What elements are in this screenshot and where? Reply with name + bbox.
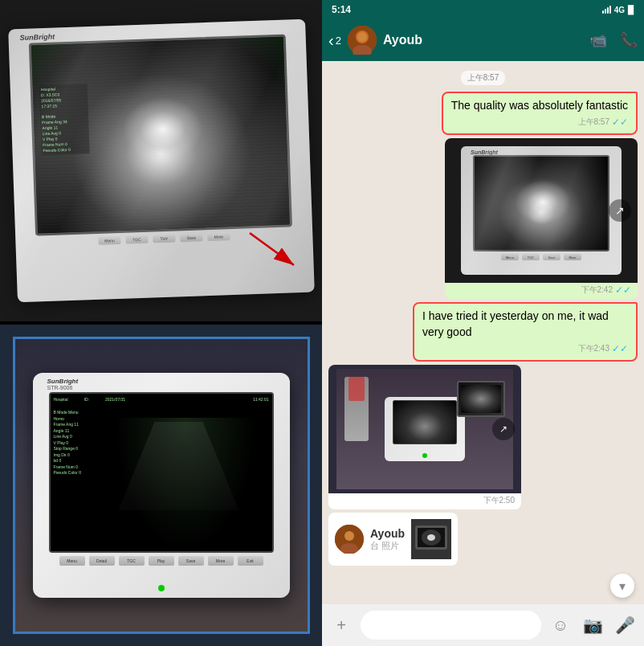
btn-more-b[interactable]: More <box>208 556 234 566</box>
header-icons: 📹 📞 <box>589 31 638 49</box>
room-device <box>385 397 465 461</box>
contact-mini-sub: 台 照片 <box>370 540 405 552</box>
message-input[interactable] <box>361 611 541 640</box>
received-chat-image: ↗ <box>328 365 521 493</box>
room-device-screen <box>393 400 457 444</box>
svg-point-7 <box>344 531 354 541</box>
tried-time-label: 下午2:43 <box>578 343 609 354</box>
chat-area[interactable]: 上午8:57 The quality was absolutely fantas… <box>322 61 644 604</box>
btn-thy[interactable]: THY <box>153 234 175 243</box>
device-indicator <box>158 585 165 591</box>
btn-tgc[interactable]: TGC <box>125 235 148 244</box>
svg-point-13 <box>427 534 435 541</box>
right-panel: 5:14 4G ▉ ‹ 2 Ayoub <box>322 0 644 646</box>
mini-plastic-wrap <box>461 146 622 275</box>
status-time: 5:14 <box>332 4 351 15</box>
btn-menu[interactable]: Menu <box>98 236 120 245</box>
top-device-brand: SunBright <box>19 33 55 43</box>
contact-mini-avatar <box>335 525 364 554</box>
btn-more-top[interactable]: More <box>207 232 230 241</box>
bottom-screen-data: B Mode Menu Homo Frame Ang 11 Angle 11 L… <box>54 410 81 476</box>
top-photo: SunBright Hospital D: X3.5C0 2016/07/05 … <box>0 0 322 321</box>
room-background: SunBright STR-9006 Hospital ID: 2021/07/… <box>15 339 308 632</box>
message-text: The quality was absolutely fantastic <box>451 99 628 112</box>
input-bar: + ☺ 📷 🎤 <box>322 604 644 646</box>
top-device-buttons: Menu TGC THY Save More <box>98 232 230 245</box>
received-share-icon[interactable]: ↗ <box>492 418 515 440</box>
mic-icon-label: 🎤 <box>615 615 635 635</box>
scroll-down-button[interactable]: ▾ <box>610 574 634 598</box>
status-bar: 5:14 4G ▉ <box>322 0 644 19</box>
mic-icon[interactable]: 🎤 <box>612 612 638 638</box>
red-arrow <box>242 225 306 273</box>
back-count: 2 <box>336 35 341 47</box>
contact-name: Ayoub <box>383 33 583 47</box>
contact-mini-info: Ayoub 台 照片 <box>370 527 405 552</box>
btn-tgc-b[interactable]: TGC <box>119 556 145 566</box>
received-image-bubble[interactable]: ↗ 下午2:50 <box>328 365 521 509</box>
image-msg-time: 下午2:42 <box>581 284 613 296</box>
message-tried-text: I have tried it yesterday on me, it wad … <box>422 309 609 338</box>
emoji-icon-label: ☺ <box>552 616 569 635</box>
contact-card[interactable]: Ayoub 台 照片 <box>328 513 458 566</box>
top-device-screen: Hospital D: X3.5C0 2016/07/05 17:37:15 B… <box>28 35 291 236</box>
date-stamp: 上午8:57 <box>461 71 505 85</box>
btn-play[interactable]: Play <box>149 556 174 566</box>
image-read-icon: ✓✓ <box>615 284 631 296</box>
video-call-icon[interactable]: 📹 <box>589 31 607 49</box>
plus-icon[interactable]: + <box>328 612 354 638</box>
network-label: 4G <box>614 6 625 14</box>
ultrasound-device-bottom: SunBright STR-9006 Hospital ID: 2021/07/… <box>33 373 290 598</box>
blue-border-container: ✕ SunBright STR-9006 Hospital ID: 2021/0… <box>13 337 310 634</box>
add-icon-label: + <box>336 616 346 635</box>
svg-point-5 <box>357 32 367 42</box>
top-screen-content: Hospital D: X3.5C0 2016/07/05 17:37:15 B… <box>31 37 289 234</box>
message-quality: The quality was absolutely fantastic 上午8… <box>442 92 638 135</box>
bottom-device-brand: SunBright <box>47 378 79 385</box>
room-scene <box>336 369 513 489</box>
btn-exit[interactable]: Exit <box>238 556 263 566</box>
signal-bars-icon <box>602 6 611 14</box>
wa-header: ‹ 2 Ayoub 📹 📞 <box>322 19 644 61</box>
btn-save-b[interactable]: Save <box>178 556 204 566</box>
tried-read-icon: ✓✓ <box>612 342 628 356</box>
bottom-device-model: STR-9006 <box>47 385 73 390</box>
msg-time-label: 上午8:57 <box>578 117 609 128</box>
btn-detail[interactable]: Detail <box>89 556 115 566</box>
avatar[interactable] <box>348 26 377 55</box>
read-receipts-icon: ✓✓ <box>612 116 628 129</box>
battery-icon: ▉ <box>628 6 634 14</box>
contact-mini-name: Ayoub <box>370 527 405 540</box>
bottom-device-screen: Hospital ID: 2021/07/31 11:42:01 B Mode … <box>49 392 274 553</box>
room-screen-content <box>393 401 456 444</box>
btn-save-top[interactable]: Save <box>180 233 202 242</box>
bottom-photo: ✕ SunBright STR-9006 Hospital ID: 2021/0… <box>0 321 322 646</box>
phone-icon[interactable]: 📞 <box>620 31 638 49</box>
screen-data-overlay: Hospital D: X3.5C0 2016/07/05 17:37:15 B… <box>39 84 89 155</box>
back-chevron-icon: ‹ <box>328 31 334 50</box>
sent-image-bubble[interactable]: SunBright Menu TGC Save More ↗ <box>445 138 638 299</box>
status-icons: 4G ▉ <box>602 6 634 14</box>
btn-menu-b[interactable]: Menu <box>59 556 85 566</box>
received-image-time: 下午2:50 <box>483 495 515 506</box>
chevron-down-icon: ▾ <box>619 579 626 594</box>
sent-chat-image: SunBright Menu TGC Save More ↗ <box>445 138 638 283</box>
bottom-screen-header: Hospital ID: 2021/07/31 11:42:01 <box>54 397 269 402</box>
svg-line-1 <box>250 233 294 265</box>
share-icon[interactable]: ↗ <box>609 199 631 222</box>
camera-icon-label: 📷 <box>583 615 603 635</box>
message-tried: I have tried it yesterday on me, it wad … <box>413 302 638 362</box>
emoji-icon[interactable]: ☺ <box>548 612 573 638</box>
back-button[interactable]: ‹ 2 <box>328 31 341 50</box>
left-panel: SunBright Hospital D: X3.5C0 2016/07/05 … <box>0 0 322 646</box>
mini-device-in-image: SunBright Menu TGC Save More <box>461 146 622 275</box>
camera-icon[interactable]: 📷 <box>580 612 605 638</box>
bottom-screen-content: Hospital ID: 2021/07/31 11:42:01 B Mode … <box>51 394 272 551</box>
bottom-device-buttons: Menu Detail TGC Play Save More Exit <box>59 556 263 566</box>
contact-mini-thumbnail <box>411 519 451 559</box>
